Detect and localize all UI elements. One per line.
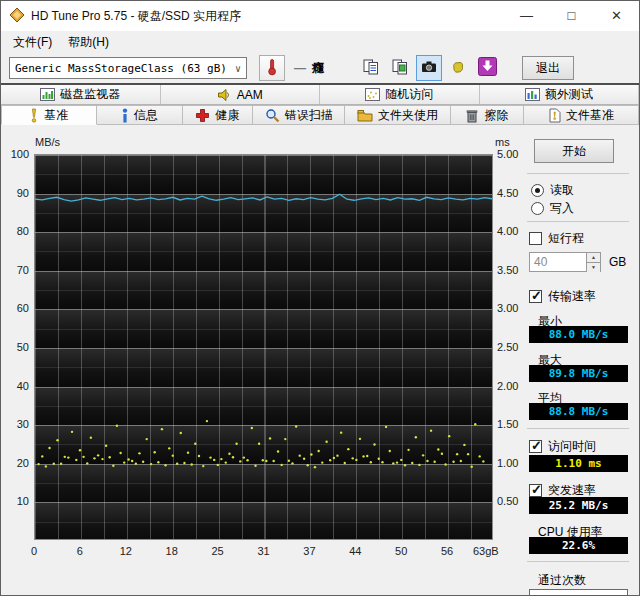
copy-text-button[interactable]	[358, 55, 384, 81]
x-axis-tick: 0	[31, 545, 37, 557]
temperature-button[interactable]	[259, 55, 285, 81]
tab-folder-usage[interactable]: 文件夹使用	[345, 105, 450, 125]
access-time-dot	[116, 424, 118, 426]
access-time-dot	[246, 459, 248, 461]
tab-random-access[interactable]: 随机访问	[320, 85, 480, 104]
radio-icon[interactable]	[531, 184, 544, 197]
access-time-dot	[258, 443, 260, 445]
short-stroke-checkbox[interactable]: 短行程	[529, 230, 584, 247]
exit-button[interactable]: 退出	[522, 56, 574, 80]
access-time-dot	[422, 454, 424, 456]
checkbox-icon[interactable]	[529, 440, 542, 453]
access-time-dot	[299, 454, 301, 456]
access-time-dot	[396, 461, 398, 463]
access-time-dot	[180, 432, 182, 434]
tab-label: AAM	[237, 88, 263, 102]
pass-count-input[interactable]	[529, 589, 628, 595]
app-icon	[9, 7, 25, 26]
tab-benchmark[interactable]: 基准	[1, 105, 97, 125]
access-time-dot	[291, 462, 293, 464]
avg-value: 88.8 MB/s	[529, 403, 628, 420]
app-window: HD Tune Pro 5.75 - 硬盘/SSD 实用程序 — □ ✕ 文件(…	[0, 0, 640, 596]
menu-item[interactable]: 文件(F)	[5, 32, 60, 53]
tab-extra-tests[interactable]: 额外测试	[480, 85, 640, 104]
access-time-dot	[478, 455, 480, 457]
ms-axis-tick: 4.00	[497, 225, 518, 237]
close-icon[interactable]: ✕	[594, 1, 639, 31]
checkbox-icon[interactable]	[529, 290, 542, 303]
y-axis-tick: 100	[1, 148, 29, 160]
tab-health[interactable]: 健康	[183, 105, 253, 125]
speaker-icon	[217, 88, 232, 102]
minimize-icon[interactable]: —	[504, 1, 549, 31]
access-time-dot	[467, 453, 469, 455]
access-time-dot	[392, 462, 394, 464]
access-time-dot	[437, 448, 439, 450]
access-time-dot	[220, 458, 222, 460]
x-axis-tick: 56	[441, 545, 453, 557]
x-axis-tick: 12	[120, 545, 132, 557]
access-time-dot	[138, 452, 140, 454]
access-time-dot	[426, 460, 428, 462]
access-time-dot	[228, 453, 230, 455]
info-icon	[121, 108, 129, 123]
spin-down-icon[interactable]: ▼	[587, 263, 600, 272]
tab-info[interactable]: 信息	[97, 105, 183, 125]
tab-label: 文件夹使用	[378, 107, 438, 124]
tab-label: 擦除	[484, 107, 508, 124]
tab-file-benchmark[interactable]: 文件基准	[524, 105, 639, 125]
access-time-dot	[217, 464, 219, 466]
temperature-value: 癮	[312, 60, 324, 77]
access-time-dot	[460, 460, 462, 462]
maximize-icon[interactable]: □	[549, 1, 594, 31]
spin-up-icon[interactable]: ▲	[587, 253, 600, 263]
access-time-dot	[142, 461, 144, 463]
tab-label: 基准	[44, 107, 68, 124]
access-time-dot	[400, 459, 402, 461]
tab-disk-monitor[interactable]: 磁盘监视器	[1, 85, 161, 104]
read-radio[interactable]: 读取	[531, 182, 574, 199]
access-time-dot	[123, 461, 125, 463]
access-time-dot	[209, 456, 211, 458]
menu-item[interactable]: 帮助(H)	[60, 32, 117, 53]
access-time-dot	[127, 458, 129, 460]
radio-icon[interactable]	[531, 202, 544, 215]
capacity-stepper[interactable]: ▲▼	[587, 252, 601, 272]
screenshot-button[interactable]	[416, 55, 442, 81]
tab-error-scan[interactable]: 错误扫描	[253, 105, 346, 125]
tab-aam[interactable]: AAM	[161, 85, 321, 104]
access-time-dot	[373, 443, 375, 445]
access-time-dot	[288, 460, 290, 462]
access-time-dot	[187, 451, 189, 453]
divider	[527, 173, 629, 174]
erase-icon	[465, 108, 479, 123]
access-time-dot	[415, 436, 417, 438]
drive-select[interactable]: Generic MassStorageClass (63 gB) ∨	[9, 57, 247, 79]
checkbox-icon[interactable]	[529, 484, 542, 497]
access-time-dot	[75, 459, 77, 461]
file-bench-icon	[548, 108, 561, 123]
checkbox-icon[interactable]	[529, 232, 542, 245]
short-stroke-label: 短行程	[548, 230, 584, 247]
tab-erase[interactable]: 擦除	[451, 105, 524, 125]
capacity-input[interactable]: 40	[529, 252, 587, 272]
start-button[interactable]: 开始	[534, 139, 614, 163]
access-time-dot	[101, 458, 103, 460]
access-time-dot	[303, 458, 305, 460]
access-time-dot	[97, 454, 99, 456]
hand-button[interactable]	[445, 55, 471, 81]
copy-image-button[interactable]	[387, 55, 413, 81]
download-arrow-icon	[478, 57, 497, 79]
access-time-dot	[251, 427, 253, 429]
save-button[interactable]	[474, 55, 500, 81]
access-time-dot	[131, 460, 133, 462]
copy-pages-green-icon	[392, 59, 409, 78]
access-time-checkbox[interactable]: 访问时间	[529, 438, 596, 455]
access-time-dot	[470, 466, 472, 468]
tabs-bottom-row: 基准信息健康错误扫描文件夹使用擦除文件基准	[1, 105, 639, 125]
camera-icon	[420, 59, 438, 78]
write-radio[interactable]: 写入	[531, 200, 574, 217]
transfer-rate-checkbox[interactable]: 传输速率	[529, 288, 596, 305]
access-time-dot	[232, 456, 234, 458]
access-time-dot	[452, 461, 454, 463]
